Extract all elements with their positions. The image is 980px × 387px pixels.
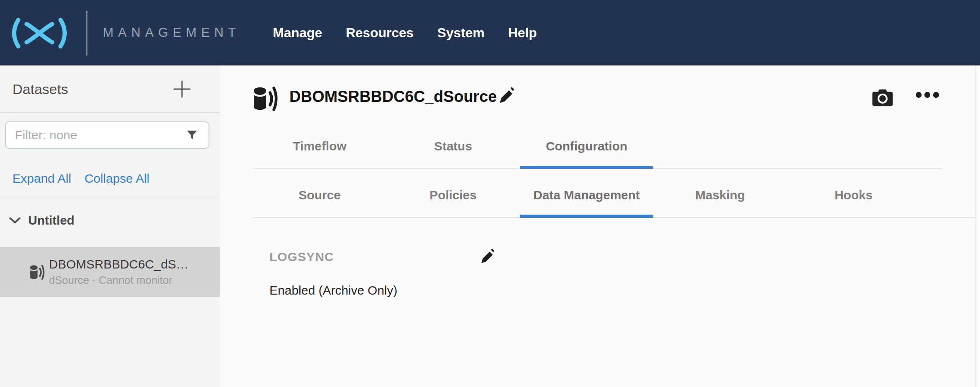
tab-status[interactable]: Status bbox=[386, 124, 520, 168]
filter-field bbox=[5, 121, 209, 149]
dataset-list-item-selected[interactable]: DBOMSRBBDC6C_dS… dSource - Cannot monito… bbox=[0, 247, 220, 297]
logsync-value: Enabled (Archive Only) bbox=[269, 283, 397, 298]
sidebar-title: Datasets bbox=[12, 65, 68, 113]
subtab-source[interactable]: Source bbox=[253, 173, 386, 217]
dsource-icon bbox=[29, 263, 46, 281]
nav-divider bbox=[86, 11, 87, 56]
datasets-sidebar: Datasets Expand All Collapse All Untitle… bbox=[0, 65, 220, 387]
nav-item-system[interactable]: System bbox=[437, 25, 485, 41]
chevron-down-icon[interactable] bbox=[9, 217, 21, 224]
subtab-policies[interactable]: Policies bbox=[386, 173, 520, 217]
dataset-item-status: dSource - Cannot monitor bbox=[49, 274, 189, 287]
sidebar-divider bbox=[0, 197, 220, 197]
delphix-logo-icon[interactable] bbox=[8, 17, 70, 50]
page-title: DBOMSRBBDC6C_dSource bbox=[289, 88, 497, 106]
subtab-hooks[interactable]: Hooks bbox=[787, 173, 920, 217]
dataset-item-title: DBOMSRBBDC6C_dS… bbox=[49, 257, 189, 271]
subtab-data-management[interactable]: Data Management bbox=[520, 173, 653, 217]
dsource-icon bbox=[252, 84, 279, 114]
tree-controls: Expand All Collapse All bbox=[12, 172, 150, 186]
logsync-field: LOGSYNC bbox=[269, 249, 496, 265]
subtab-masking[interactable]: Masking bbox=[653, 173, 787, 217]
dataset-group-untitled[interactable]: Untitled bbox=[0, 208, 220, 233]
sidebar-header: Datasets bbox=[0, 65, 220, 113]
funnel-icon[interactable] bbox=[186, 129, 198, 141]
scrollbar-track[interactable] bbox=[975, 65, 980, 387]
group-label: Untitled bbox=[28, 213, 75, 227]
collapse-all-link[interactable]: Collapse All bbox=[85, 172, 150, 186]
nav-item-help[interactable]: Help bbox=[508, 25, 537, 41]
top-navbar: MANAGEMENT Manage Resources System Help bbox=[0, 0, 980, 65]
dataset-item-text: DBOMSRBBDC6C_dS… dSource - Cannot monito… bbox=[49, 257, 189, 287]
tab-configuration[interactable]: Configuration bbox=[520, 124, 653, 168]
logsync-label: LOGSYNC bbox=[269, 250, 479, 264]
edit-title-pencil-icon[interactable] bbox=[497, 87, 516, 105]
main-panel: DBOMSRBBDC6C_dSource Timeflow Status Con… bbox=[220, 65, 975, 387]
snapshot-camera-icon[interactable] bbox=[872, 89, 893, 107]
nav-item-manage[interactable]: Manage bbox=[273, 25, 322, 41]
filter-input[interactable] bbox=[5, 121, 209, 149]
add-dataset-button[interactable] bbox=[172, 80, 192, 99]
primary-tabs: Timeflow Status Configuration bbox=[253, 124, 942, 169]
configuration-subtabs: Source Policies Data Management Masking … bbox=[253, 173, 975, 218]
tab-timeflow[interactable]: Timeflow bbox=[253, 124, 386, 168]
expand-all-link[interactable]: Expand All bbox=[12, 172, 71, 186]
app-brand: MANAGEMENT bbox=[103, 0, 240, 65]
nav-menu: Manage Resources System Help bbox=[273, 0, 537, 65]
ellipsis-menu-icon[interactable] bbox=[915, 91, 939, 99]
nav-item-resources[interactable]: Resources bbox=[346, 25, 414, 41]
edit-logsync-pencil-icon[interactable] bbox=[479, 249, 496, 265]
